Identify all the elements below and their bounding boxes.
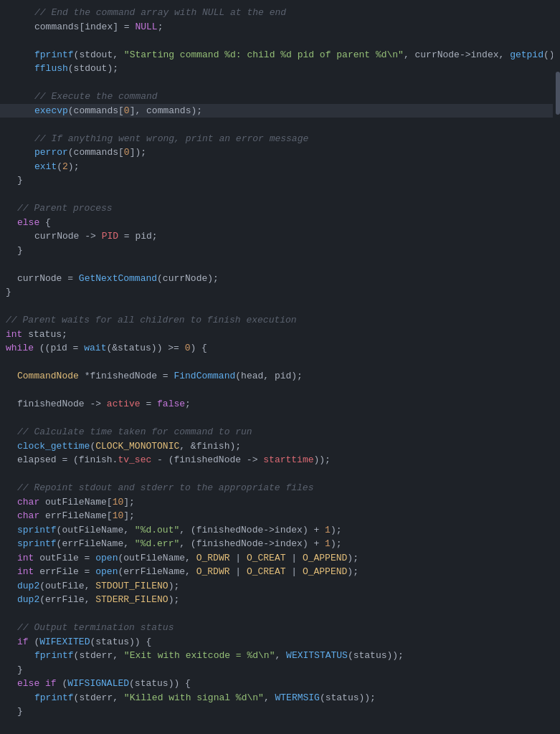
code-line xyxy=(0,411,560,426)
code-line: } xyxy=(0,244,560,258)
code-line: currNode -> PID = pid; xyxy=(0,229,560,244)
code-line: } xyxy=(0,173,560,188)
code-line: // Parent process xyxy=(0,201,560,216)
code-line: clock_gettime(CLOCK_MONOTONIC, &finish); xyxy=(0,439,560,454)
code-line: // Output termination status xyxy=(0,621,560,635)
code-line xyxy=(0,76,560,90)
code-editor[interactable]: // End the command array with NULL at th… xyxy=(0,0,560,734)
code-line: // If anything went wrong, print an erro… xyxy=(0,132,560,146)
scrollbar[interactable] xyxy=(553,0,560,734)
code-line: char outFileName[10]; xyxy=(0,495,560,510)
code-line: int errFile = open(errFileName, O_RDWR |… xyxy=(0,565,560,579)
code-line xyxy=(0,383,560,398)
code-line: // Execute the command xyxy=(0,90,560,104)
code-line: elapsed = (finish.tv_sec - (finishedNode… xyxy=(0,453,560,467)
code-line: fprintf(stderr, "Exit with exitcode = %d… xyxy=(0,649,560,663)
code-line xyxy=(0,467,560,482)
code-line: char errFileName[10]; xyxy=(0,509,560,523)
code-line: finishedNode -> active = false; xyxy=(0,397,560,411)
code-line: fprintf(stdout, "Starting command %d: ch… xyxy=(0,48,560,62)
code-line xyxy=(0,719,560,733)
code-line: dup2(errFile, STDERR_FILENO); xyxy=(0,593,560,607)
code-line: execvp(commands[0], commands); xyxy=(0,104,560,118)
code-line xyxy=(0,356,560,370)
code-line: commands[index] = NULL; xyxy=(0,20,560,34)
code-line: exit(2); xyxy=(0,160,560,174)
code-line: CommandNode *finishedNode = FindCommand(… xyxy=(0,369,560,383)
code-line: while ((pid = wait(&status)) >= 0) { xyxy=(0,341,560,356)
code-line: currNode = GetNextCommand(currNode); xyxy=(0,272,560,286)
code-line: if (WIFEXITED(status)) { xyxy=(0,635,560,649)
code-line xyxy=(0,188,560,202)
code-line xyxy=(0,34,560,48)
code-line: else if (WIFSIGNALED(status)) { xyxy=(0,677,560,691)
code-line: } xyxy=(0,663,560,677)
code-line: perror(commands[0]); xyxy=(0,146,560,160)
code-line xyxy=(0,607,560,621)
code-line: // Parent waits for all children to fini… xyxy=(0,313,560,328)
code-line: } xyxy=(0,285,560,300)
code-line: // Repoint stdout and stderr to the appr… xyxy=(0,481,560,495)
code-line: dup2(outFile, STDOUT_FILENO); xyxy=(0,579,560,594)
code-line: else { xyxy=(0,216,560,230)
code-line: sprintf(errFileName, "%d.err", (finished… xyxy=(0,537,560,551)
code-line: sprintf(outFileName, "%d.out", (finished… xyxy=(0,523,560,538)
code-line: // End the command array with NULL at th… xyxy=(0,6,560,20)
scrollbar-thumb[interactable] xyxy=(556,72,560,115)
code-line: int status; xyxy=(0,328,560,342)
code-line xyxy=(0,257,560,272)
code-line: fprintf(stderr, "Killed with signal %d\n… xyxy=(0,691,560,705)
code-line xyxy=(0,118,560,132)
code-line: int outFile = open(outFileName, O_RDWR |… xyxy=(0,551,560,566)
code-line: // Calculate time taken for command to r… xyxy=(0,425,560,439)
code-line: } xyxy=(0,705,560,719)
code-line: fflush(stdout); xyxy=(0,62,560,76)
code-line xyxy=(0,300,560,314)
